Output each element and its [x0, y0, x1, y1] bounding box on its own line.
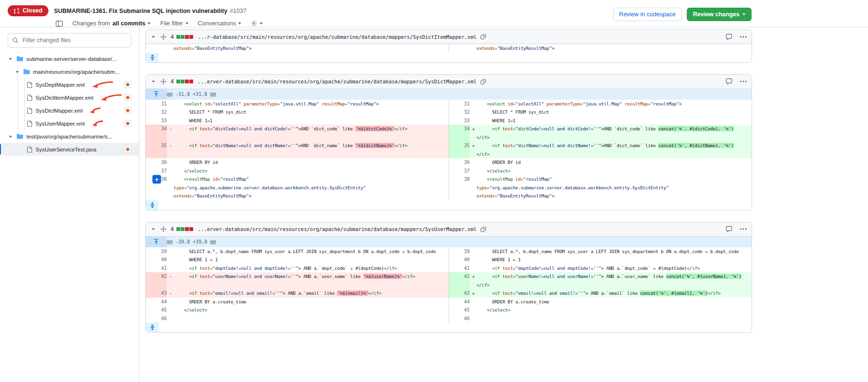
copy-path-button[interactable] — [480, 79, 486, 85]
sidebar-file-item[interactable]: SysUserMapper.xml — [0, 117, 139, 130]
review-changes-button[interactable]: Review changes — [687, 8, 752, 21]
conversations-dropdown[interactable]: Conversations — [198, 20, 242, 27]
sidebar-file-item[interactable]: SysDictMapper.xml — [0, 104, 139, 117]
filter-changed-files-input[interactable] — [8, 33, 131, 47]
code-cell: SELECT * FROM sys_dict — [470, 108, 752, 116]
comment-icon[interactable] — [726, 78, 732, 85]
line-number[interactable]: 43 — [449, 289, 470, 298]
collapse-file-button[interactable] — [150, 79, 156, 84]
line-number[interactable]: 34 — [146, 125, 167, 141]
line-number[interactable]: 39 — [449, 247, 470, 256]
line-number[interactable]: 41 — [146, 264, 167, 273]
line-number[interactable]: 41 — [449, 264, 470, 273]
line-number[interactable]: 37 — [449, 167, 470, 175]
sidebar-file-item[interactable]: SysDictItemMapper.xml — [0, 91, 139, 104]
expand-diff-button[interactable] — [146, 200, 159, 210]
line-number[interactable]: 42 — [146, 272, 167, 289]
diff-sign — [470, 133, 476, 142]
kebab-menu-icon[interactable] — [740, 36, 747, 38]
diff-row: 34- <if test="dictCode!=null and dictCod… — [146, 125, 752, 141]
line-number[interactable]: 40 — [146, 255, 167, 264]
sidebar-folder-item[interactable]: main/resources/org/apache/subm... — [0, 65, 139, 78]
drag-handle-icon[interactable] — [160, 226, 167, 232]
kebab-menu-icon[interactable] — [740, 81, 747, 82]
code-cell: ORDER BY id — [167, 158, 449, 167]
expand-up-button[interactable] — [146, 236, 167, 247]
diff-sign — [167, 100, 174, 108]
changes-from-dropdown[interactable]: Changes fromall commits — [72, 20, 150, 27]
line-number[interactable] — [449, 44, 470, 53]
chevron-down-icon — [238, 23, 241, 24]
sidebar-folder-item[interactable]: submarine-server/server-database/... — [0, 52, 139, 65]
line-number[interactable]: 44 — [146, 298, 167, 306]
add-comment-button[interactable]: + — [152, 175, 161, 184]
line-number[interactable]: 34 — [449, 125, 470, 141]
changes-from-label: Changes from — [72, 20, 110, 27]
line-number[interactable]: 39 — [146, 247, 167, 256]
expand-up-button[interactable] — [146, 89, 167, 99]
review-changes-label: Review changes — [693, 11, 740, 18]
line-number[interactable]: 45 — [146, 306, 167, 314]
copy-path-button[interactable] — [480, 34, 486, 40]
diffstat-count: 4 — [171, 226, 174, 232]
line-number[interactable]: 44 — [449, 298, 470, 306]
expand-diff-button[interactable] — [146, 53, 159, 62]
diff-sign — [167, 184, 174, 192]
code-line: SELECT * FROM sys_dict — [167, 108, 449, 116]
line-number[interactable]: 31 — [449, 100, 470, 108]
line-number[interactable]: 32 — [146, 108, 167, 116]
sidebar-toggle-button[interactable] — [56, 21, 63, 27]
line-number[interactable]: 35 — [449, 141, 470, 158]
line-number[interactable]: 31 — [146, 100, 167, 108]
diff-settings-dropdown[interactable] — [251, 20, 263, 27]
review-in-codespace-button[interactable]: Review in codespace — [613, 8, 682, 21]
file-filter-dropdown[interactable]: File filter — [160, 20, 188, 27]
line-number[interactable]: 46 — [146, 314, 167, 323]
diff-row: 31 <select id="selectAll" parameterType=… — [146, 100, 752, 108]
diff-sign — [167, 158, 174, 167]
drag-handle-icon[interactable] — [160, 34, 167, 40]
sidebar-file-item[interactable]: SysUserServiceTest.java — [0, 143, 139, 156]
diff-sign: + — [470, 272, 476, 281]
line-number[interactable]: 40 — [449, 255, 470, 264]
diff-sign — [470, 281, 476, 289]
file-path: ...r-database/src/main/resources/org/apa… — [198, 34, 477, 40]
line-number[interactable]: 36 — [449, 158, 470, 167]
line-number[interactable]: 45 — [449, 306, 470, 314]
diff-sign — [470, 298, 476, 306]
line-number[interactable] — [146, 44, 167, 53]
collapse-file-button[interactable] — [150, 34, 156, 40]
code-cell: ORDER BY a.create_time — [470, 298, 752, 306]
header-actions: Review in codespace Review changes — [613, 8, 752, 21]
files-toolbar: Changes fromall commits File filter Conv… — [8, 20, 860, 27]
collapse-file-button[interactable] — [150, 226, 156, 232]
comment-icon[interactable] — [726, 34, 732, 40]
diff-sign — [470, 44, 476, 53]
diff-sign — [167, 298, 174, 306]
copy-path-button[interactable] — [480, 226, 486, 232]
diff-row: 33 WHERE 1=133 WHERE 1=1 — [146, 116, 752, 125]
line-number[interactable]: 32 — [449, 108, 470, 116]
expand-diff-button[interactable] — [146, 323, 159, 332]
file-path: ...erver-database/src/main/resources/org… — [198, 79, 477, 84]
code-line: extends="BaseEntityResultMap"> — [167, 192, 449, 200]
sidebar-folder-item[interactable]: test/java/org/apache/submarine/s... — [0, 130, 139, 143]
pr-number: #1037 — [230, 8, 246, 14]
comment-icon[interactable] — [726, 226, 732, 232]
line-number[interactable]: 36 — [146, 158, 167, 167]
line-number[interactable]: 33 — [146, 116, 167, 125]
sidebar-file-item[interactable]: SysDeptMapper.xml — [0, 78, 139, 91]
code-cell: + <if test="dictCode!=null and dictCode!… — [470, 125, 752, 141]
line-number[interactable]: 35 — [146, 141, 167, 158]
drag-handle-icon[interactable] — [160, 78, 167, 85]
line-number[interactable]: 42 — [449, 272, 470, 289]
line-number[interactable]: 33 — [449, 116, 470, 125]
kebab-menu-icon[interactable] — [740, 228, 747, 230]
line-number[interactable]: 38 — [449, 175, 470, 200]
code-cell: extends="BaseEntityResultMap"> — [167, 44, 449, 53]
line-number[interactable]: 46 — [449, 314, 470, 323]
file-label: SysDeptMapper.xml — [35, 82, 85, 88]
line-number[interactable]: 37 — [146, 167, 167, 175]
line-number[interactable]: 43 — [146, 289, 167, 298]
diff-sign — [470, 247, 476, 256]
